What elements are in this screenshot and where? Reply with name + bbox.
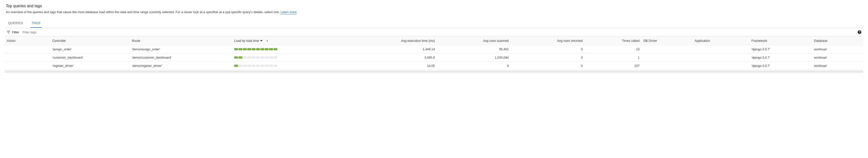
cell-load: [232, 62, 346, 70]
load-bar: [234, 65, 344, 67]
cell-avg-exec: 14.05: [346, 62, 437, 70]
load-segment: [256, 48, 260, 50]
table-row[interactable]: 'register_driver''demo/register_driver'1…: [5, 62, 863, 70]
load-segment: [274, 56, 277, 59]
load-segment: [239, 48, 242, 50]
page-title: Top queries and tags: [6, 4, 863, 8]
load-segment: [234, 48, 238, 50]
cell-action: [5, 45, 50, 53]
cell-avg-scanned: 0: [437, 62, 511, 70]
col-application[interactable]: Application: [692, 36, 749, 45]
load-segment: [269, 56, 273, 59]
col-load[interactable]: Load by total time: [232, 36, 346, 45]
tabs-bar: QUERIES TAGS: [5, 19, 863, 28]
cell-avg-scanned: 1,030,094: [437, 53, 511, 62]
load-segment: [243, 56, 247, 59]
filter-input[interactable]: [23, 30, 857, 34]
col-db-driver[interactable]: DB Driver: [641, 36, 692, 45]
col-action[interactable]: Action: [5, 36, 50, 45]
subtitle-text: An overview of the queries and tags that…: [6, 10, 281, 14]
load-segment: [274, 65, 277, 67]
cell-db-driver: [641, 62, 692, 70]
learn-more-link[interactable]: Learn more: [281, 10, 297, 14]
load-bar: [234, 48, 344, 50]
cell-db-driver: [641, 53, 692, 62]
tab-tags[interactable]: TAGS: [30, 19, 42, 28]
sort-descending-icon: [266, 40, 268, 42]
table-row[interactable]: 'assign_order''demo/assign_order'1,449.1…: [5, 45, 863, 53]
load-segment: [256, 65, 260, 67]
cell-framework: 'django:3.0.7': [749, 62, 812, 70]
cell-route: 'demo/assign_order': [130, 45, 232, 53]
cell-route: 'demo/customer_dashboard': [130, 53, 232, 62]
load-segment: [247, 65, 251, 67]
load-segment: [274, 48, 277, 50]
col-route[interactable]: Route: [130, 36, 232, 45]
cell-avg-returned: 0: [511, 45, 585, 53]
load-segment: [260, 56, 264, 59]
cell-controller: 'customer_dashboard': [50, 53, 130, 62]
filter-label: Filter: [12, 30, 19, 34]
load-segment: [269, 65, 273, 67]
load-segment: [260, 65, 264, 67]
dropdown-caret-icon: [260, 40, 262, 42]
load-segment: [252, 65, 255, 67]
cell-load: [232, 45, 346, 53]
cell-avg-exec: 1,449.14: [346, 45, 437, 53]
cell-times-called: 10: [585, 45, 641, 53]
cell-times-called: 1: [585, 53, 641, 62]
col-controller[interactable]: Controller: [50, 36, 130, 45]
filter-row: Filter: [5, 28, 863, 36]
col-times-called[interactable]: Times called: [585, 36, 641, 45]
cell-avg-scanned: 95,401: [437, 45, 511, 53]
cell-framework: 'django:3.0.7': [749, 53, 812, 62]
load-segment: [234, 65, 238, 67]
load-segment: [265, 65, 269, 67]
cell-route: 'demo/register_driver': [130, 62, 232, 70]
cell-application: [692, 62, 749, 70]
load-segment: [260, 48, 264, 50]
cell-database: workload: [812, 53, 863, 62]
load-segment: [247, 56, 251, 59]
load-segment: [239, 65, 242, 67]
cell-avg-returned: 0: [511, 62, 585, 70]
help-icon[interactable]: [857, 30, 862, 34]
cell-database: workload: [812, 45, 863, 53]
cell-avg-exec: 3,085.8: [346, 53, 437, 62]
cell-application: [692, 53, 749, 62]
load-segment: [265, 48, 269, 50]
table-header-row: Action Controller Route Load by total ti…: [5, 36, 863, 45]
cell-times-called: 157: [585, 62, 641, 70]
load-segment: [252, 56, 255, 59]
cell-action: [5, 53, 50, 62]
load-segment: [252, 48, 255, 50]
cell-action: [5, 62, 50, 70]
data-table: Action Controller Route Load by total ti…: [5, 36, 863, 70]
cell-load: [232, 53, 346, 62]
col-database[interactable]: Database: [812, 36, 863, 45]
col-avg-returned[interactable]: Avg rows returned: [511, 36, 585, 45]
page-subtitle: An overview of the queries and tags that…: [6, 10, 863, 14]
cell-avg-returned: 0: [511, 53, 585, 62]
load-segment: [256, 56, 260, 59]
col-avg-scanned[interactable]: Avg rows scanned: [437, 36, 511, 45]
load-segment: [234, 56, 238, 59]
col-framework[interactable]: Framework: [749, 36, 812, 45]
cell-database: workload: [812, 62, 863, 70]
cell-application: [692, 45, 749, 53]
cell-framework: 'django:3.0.7': [749, 45, 812, 53]
table-row[interactable]: 'customer_dashboard''demo/customer_dashb…: [5, 53, 863, 62]
load-segment: [265, 56, 269, 59]
load-segment: [247, 48, 251, 50]
load-segment: [269, 48, 273, 50]
load-segment: [243, 48, 247, 50]
col-avg-exec[interactable]: Avg execution time (ms): [346, 36, 437, 45]
load-bar: [234, 56, 344, 59]
tab-queries[interactable]: QUERIES: [7, 19, 25, 28]
col-load-label: Load by total time: [234, 39, 259, 43]
cell-db-driver: [641, 45, 692, 53]
cell-controller: 'assign_order': [50, 45, 130, 53]
horizontal-scrollbar[interactable]: [5, 71, 863, 73]
load-segment: [239, 56, 242, 59]
cell-controller: 'register_driver': [50, 62, 130, 70]
